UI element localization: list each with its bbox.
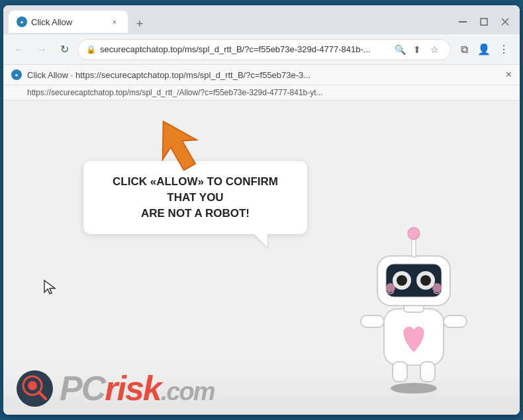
- profile-button[interactable]: 👤: [475, 40, 493, 59]
- notification-text-line1: Click Allow · https://securecaptchatop.t…: [27, 70, 500, 80]
- bookmark-icon[interactable]: ☆: [426, 42, 442, 58]
- svg-line-25: [39, 392, 46, 399]
- browser-window: ● Click Allow × + ← → ↻ 🔒 securecaptchat…: [3, 5, 520, 415]
- notification-text-line2: https://securecaptchatop.top/ms/spl_d_rt…: [27, 88, 323, 97]
- mouse-cursor: [43, 279, 56, 298]
- new-tab-button[interactable]: +: [130, 15, 149, 33]
- bubble-text-line2: ARE NOT A ROBOT!: [141, 207, 250, 220]
- notification-bar: ● Click Allow · https://securecaptchatop…: [3, 65, 520, 85]
- page-content: CLICK «ALLOW» TO CONFIRM THAT YOU ARE NO…: [3, 101, 520, 415]
- lock-icon: 🔒: [86, 45, 96, 54]
- svg-point-21: [408, 228, 420, 239]
- notification-close-button[interactable]: ×: [506, 69, 512, 81]
- search-icon[interactable]: 🔍: [392, 42, 408, 58]
- svg-point-18: [386, 283, 395, 292]
- svg-point-24: [28, 381, 37, 390]
- svg-rect-1: [481, 19, 487, 25]
- menu-button[interactable]: ⋮: [495, 40, 513, 59]
- svg-point-19: [432, 283, 442, 292]
- maximize-button[interactable]: [475, 13, 493, 31]
- title-bar: ● Click Allow × +: [3, 5, 520, 34]
- toolbar-actions: ⧉ 👤 ⋮: [455, 40, 513, 59]
- share-icon[interactable]: ⬆: [409, 42, 425, 58]
- tab-title: Click Allow: [31, 17, 105, 27]
- notification-dropdown: https://securecaptchatop.top/ms/spl_d_rt…: [3, 85, 520, 101]
- watermark-text: PCrisk.com: [60, 368, 214, 408]
- bubble-text: CLICK «ALLOW» TO CONFIRM THAT YOU ARE NO…: [99, 174, 291, 221]
- notif-favicon: ●: [11, 69, 22, 80]
- svg-rect-8: [444, 315, 467, 327]
- watermark-com: .com: [161, 378, 214, 405]
- svg-point-15: [397, 275, 407, 286]
- pcrisk-logo: [17, 370, 53, 407]
- tab-bar: ● Click Allow × +: [9, 11, 453, 33]
- minimize-button[interactable]: [453, 13, 472, 31]
- svg-marker-4: [146, 111, 207, 177]
- address-bar: ← → ↻ 🔒 securecaptchatop.top/ms/spl_d_rt…: [3, 34, 520, 65]
- url-actions: 🔍 ⬆ ☆: [392, 42, 442, 58]
- url-text: securecaptchatop.top/ms/spl_d_rtt_B/?c=f…: [100, 44, 388, 54]
- svg-rect-7: [361, 315, 384, 327]
- watermark-pc: PC: [60, 369, 105, 407]
- forward-button[interactable]: →: [32, 40, 51, 59]
- tab-favicon: ●: [17, 17, 27, 27]
- split-view-button[interactable]: ⧉: [455, 40, 473, 59]
- svg-marker-22: [44, 280, 55, 294]
- bubble-text-line1: CLICK «ALLOW» TO CONFIRM THAT YOU: [113, 175, 278, 204]
- watermark: PCrisk.com: [3, 362, 520, 415]
- tab-close-button[interactable]: ×: [109, 17, 120, 27]
- refresh-button[interactable]: ↻: [55, 40, 73, 59]
- back-button[interactable]: ←: [10, 40, 28, 59]
- url-bar[interactable]: 🔒 securecaptchatop.top/ms/spl_d_rtt_B/?c…: [77, 39, 451, 60]
- watermark-risk: risk: [105, 369, 161, 407]
- svg-rect-0: [459, 21, 467, 22]
- svg-point-17: [420, 275, 431, 286]
- active-tab[interactable]: ● Click Allow ×: [9, 11, 128, 33]
- window-controls: [453, 13, 514, 31]
- close-window-button[interactable]: [496, 13, 514, 31]
